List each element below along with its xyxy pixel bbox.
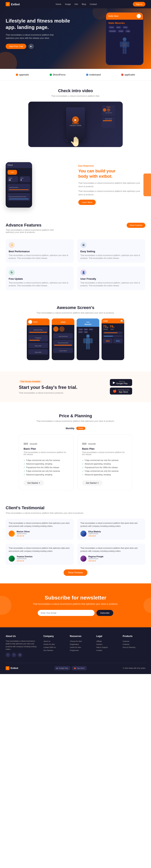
svg-point-8 (86, 334, 90, 338)
toggle-yearly[interactable]: Yearly (76, 427, 85, 430)
video-thumbnail[interactable]: Extbot Lifestyle Mobile 🤚 ▶ Chest Last E… (28, 102, 123, 147)
chest-icons (53, 327, 73, 332)
body-figure (106, 37, 143, 57)
footer-about-title: About Us (6, 635, 40, 638)
pm-box-2: Sets 4 (20, 176, 30, 182)
legal-item-1[interactable]: Affiliate (96, 640, 119, 643)
testimonials-title: Client's Testimonial (6, 505, 145, 510)
screen-1-stat-3: My profile (28, 343, 48, 348)
screen-3-label: Stats (86, 321, 90, 323)
company-item-2[interactable]: Clients for Men (43, 643, 66, 646)
free-update-icon: ↻ (9, 270, 15, 276)
author-name-3: Yoanna Overton (16, 555, 33, 558)
stat-tag-4: Shoulder (108, 30, 117, 33)
get-started-1[interactable]: Get Started ▼ (24, 480, 44, 486)
resources-item-3[interactable]: Cardio for Men (70, 646, 92, 649)
app-store-button[interactable]: 🍎 Download on the App Store (110, 388, 132, 395)
footer-play-store[interactable]: ▶ Google Play (54, 666, 70, 670)
partner-dot-3 (86, 73, 88, 76)
partner-dot-2 (50, 73, 52, 76)
trial-left: Trial Version Available Start your 5-day… (19, 380, 77, 394)
legal-item-2[interactable]: Carriers (96, 643, 119, 646)
nav-blog[interactable]: Blog (82, 3, 86, 5)
products-item-2[interactable]: Products (123, 643, 145, 646)
pricing-subtitle: That necessitates a robust ecommerce pla… (6, 420, 145, 422)
toggle-monthly[interactable]: Monthly (66, 427, 74, 430)
instagram-icon[interactable]: in (18, 653, 22, 657)
plan-name-1: Basic Plan (24, 447, 69, 450)
goal-stat-1: 44% (103, 338, 113, 343)
feature-title-4: User Friendly (80, 277, 142, 280)
svg-point-0 (123, 37, 126, 41)
company-item-4[interactable]: Our Partners (43, 649, 66, 652)
legal-item-4[interactable]: Contact (96, 649, 119, 652)
body-build-badge: Easy Responsive (78, 165, 145, 167)
feature-2-2: ✓Advanced appending, tempting (82, 462, 127, 466)
resources-item-1[interactable]: Choose for Men (70, 640, 92, 643)
nav-info[interactable]: Info (75, 3, 78, 5)
nav-contact[interactable]: Contact (90, 3, 97, 5)
stat-tags-2: Shoulder Chest Legs (108, 30, 141, 33)
google-play-button[interactable]: ▶ Get it on Google Play (110, 379, 132, 386)
progress-bar-1 (29, 332, 47, 333)
company-item-3[interactable]: Contact With Us (43, 646, 66, 649)
newsletter-email-input[interactable] (38, 610, 95, 616)
learn-more-button[interactable]: Learn More (78, 199, 96, 205)
footer-app-store[interactable]: 🍎 App Store (72, 666, 87, 670)
feature-desc-3: That necessitates a robust ecommerce pla… (9, 281, 71, 287)
screens-title: Awesome Screen's (6, 305, 145, 310)
show-features-button[interactable]: Show Features (127, 223, 145, 228)
nav-image[interactable]: Image (65, 3, 71, 5)
start-trial-button[interactable]: Start Free Trial (6, 44, 26, 49)
testimonial-text-4: That necessitates a robust ecommerce pla… (80, 547, 142, 553)
legal-item-3[interactable]: Help & Support (96, 646, 119, 649)
trial-inner: Trial Version Available Start your 5-day… (19, 379, 132, 395)
footer-about-text: That necessitates a robust ecommerce pla… (6, 640, 40, 651)
logo-text: Extbot (11, 3, 20, 6)
footer-products: Products Features Products Price & Plann… (123, 635, 145, 657)
newsletter-subscribe-button[interactable]: Subscribe (97, 610, 113, 616)
muscle-tag-2: Back (84, 328, 88, 331)
footer-legal: Legal Affiliate Carriers Help & Support … (96, 635, 119, 657)
chest-circle-2 (59, 327, 65, 332)
goal-progress-1 (104, 333, 117, 333)
price-period-2: /month (88, 443, 96, 445)
pricing-grid: $68 /month Basic Plan That necessitates … (19, 434, 132, 490)
author-stars-2: ★★★★★ (88, 535, 101, 537)
company-item-1[interactable]: About Us (43, 640, 66, 643)
pm-row-1: Reps 12 Sets 4 (7, 176, 30, 182)
testimonial-text-2: That necessitates a robust ecommerce pla… (80, 522, 142, 528)
feature-card-4: 👤 User Friendly That necessitates a robu… (77, 267, 145, 290)
nav-home[interactable]: Home (56, 3, 61, 5)
side-screen-1: Chest Last Exercise (102, 105, 115, 116)
products-item-1[interactable]: Features (123, 640, 145, 643)
hero-content: Lifestyle and fitness mobile app. landin… (6, 18, 77, 49)
feature-card-2: ⚙ Easy Setting That necessitates a robus… (77, 239, 145, 262)
feature-2-4: ✓5 App commercial use only five cameras (82, 469, 127, 473)
screen-goals: Goals 📊 72kg Weight 74% Goal (102, 318, 124, 360)
plan-desc-1: That necessitates a robust ecommerce pla… (24, 451, 69, 456)
resources-item-2[interactable]: Registration (70, 643, 92, 646)
muscle-figure (78, 334, 98, 352)
play-button-overlay[interactable]: ▶ (72, 116, 79, 123)
svg-rect-1 (122, 41, 127, 48)
screen-4-header: Goals 📊 (102, 318, 124, 323)
footer-company: Company About Us Clients for Men Contact… (43, 635, 66, 657)
get-started-2[interactable]: Get Started ▼ (82, 480, 103, 486)
pm-btn: Start (7, 170, 17, 175)
screen-4-body: 72kg Weight 74% Goal 44% (102, 323, 124, 345)
pm-content: Start Reps 12 Sets 4 Last Exercise (6, 168, 32, 203)
resources-item-4[interactable]: Programme (70, 649, 92, 652)
author-avatar-3 (9, 556, 15, 562)
partner-directforce: DirectForce (50, 73, 66, 76)
screen-1-avatar (28, 320, 32, 324)
products-item-3[interactable]: Price & Planning (123, 646, 145, 649)
apple-icon: 🍎 (113, 389, 117, 393)
show-reviews-button[interactable]: Show Reviews (64, 569, 87, 576)
svg-rect-11 (90, 338, 93, 343)
facebook-icon[interactable]: f (6, 653, 10, 657)
testimonials-section: Client's Testimonial That necessitates a… (0, 498, 151, 583)
play-button[interactable]: ▶ (29, 44, 34, 49)
sign-in-button[interactable]: Sign In (133, 2, 145, 6)
twitter-icon[interactable]: t (12, 653, 16, 657)
